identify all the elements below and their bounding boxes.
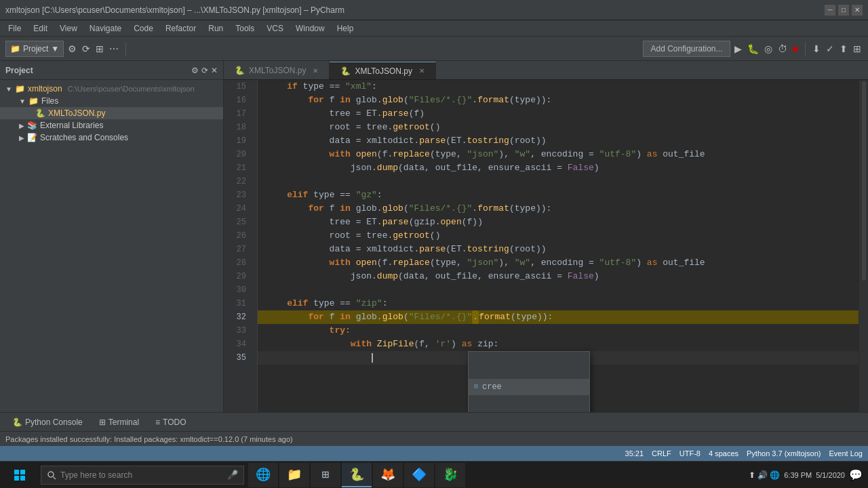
vcs-commit-button[interactable]: ✓ (825, 42, 835, 56)
status-right: 35:21 CRLF UTF-8 4 spaces Python 3.7 (xm… (625, 449, 863, 458)
vcs-push-button[interactable]: ⬆ (838, 42, 849, 56)
taskbar-app-unknown[interactable]: 🔷 (404, 463, 434, 487)
sidebar-tree: ▼ 📁 xmltojson C:\Users\pcuser\Documents\… (0, 80, 223, 412)
menu-help[interactable]: Help (332, 22, 359, 35)
tree-item-scratches[interactable]: ▶ 📝 Scratches and Consoles (0, 131, 223, 144)
menu-file[interactable]: File (3, 22, 26, 35)
taskbar-app-python[interactable]: 🐉 (435, 463, 465, 487)
debug-button[interactable]: 🐛 (746, 42, 760, 56)
project-label: Project (23, 44, 48, 54)
menu-run[interactable]: Run (203, 22, 229, 35)
terminal-button[interactable]: ⊞ (852, 42, 863, 56)
menu-edit[interactable]: Edit (28, 22, 53, 35)
notification-bar: Packages installed successfully: Install… (0, 431, 868, 446)
tree-sublabel-path: C:\Users\pcuser\Documents\xmltojson (68, 85, 195, 93)
layout-icon-btn[interactable]: ⊞ (94, 42, 105, 56)
add-configuration-button[interactable]: Add Configuration... (643, 41, 730, 57)
pycharm-icon: 🐍 (349, 467, 364, 482)
sidebar-sync-button[interactable]: ⟳ (201, 66, 208, 75)
gutter-28: 28 (224, 256, 252, 270)
coverage-button[interactable]: ◎ (763, 42, 774, 56)
code-line-27: data = xmltodict. parse ( ET. tostring (… (258, 243, 859, 256)
toolbar-separator-2 (805, 42, 806, 56)
windows-icon (14, 470, 25, 481)
todo-tab[interactable]: ≡ TODO (149, 416, 193, 428)
menu-navigate[interactable]: Navigate (84, 22, 127, 35)
tree-item-xmltojson[interactable]: ▼ 📁 xmltojson C:\Users\pcuser\Documents\… (0, 83, 223, 95)
tab-xmltojsonpy-1[interactable]: 🐍 XMLToJSON.py ✕ (224, 62, 330, 79)
taskbar-search-bar[interactable]: Type here to search 🎤 (41, 466, 244, 485)
editor-area: 🐍 XMLToJSON.py ✕ 🐍 XMLToJSON.py ✕ 15 16 … (224, 61, 868, 412)
tab-xmltojsonpy-2[interactable]: 🐍 XMLToJSON.py ✕ (330, 62, 435, 79)
python-interpreter[interactable]: Python 3.7 (xmltojson) (747, 449, 821, 458)
code-content[interactable]: if type == "xml" : for f in glob. glob (258, 80, 859, 412)
gutter-27: 27 (224, 243, 252, 256)
more-icon-btn[interactable]: ⋯ (108, 42, 120, 56)
vcs-update-button[interactable]: ⬇ (811, 42, 822, 56)
tab-close-1[interactable]: ✕ (313, 67, 318, 75)
gutter-33: 33 (224, 324, 252, 338)
code-line-32: for f in glob. glob ( "Files/*.{}" . for… (258, 310, 859, 324)
code-line-25: tree = ET. parse ( gzip. open ( f )) (258, 216, 859, 229)
settings-icon-btn[interactable]: ⚙ (66, 42, 78, 56)
taskbar-app-explorer[interactable]: 📁 (279, 463, 309, 487)
gutter-18: 18 (224, 121, 252, 134)
event-log[interactable]: Event Log (829, 449, 863, 458)
app-icon: 🔷 (412, 467, 427, 482)
tree-label-xmltojsonpy: XMLToJSON.py (48, 108, 105, 118)
taskbar-app-firefox[interactable]: 🦊 (373, 463, 403, 487)
gutter-16: 16 (224, 94, 252, 107)
start-button[interactable] (3, 463, 37, 487)
firefox-icon: 🦊 (380, 467, 395, 482)
terminal-tab[interactable]: ⊞ Terminal (92, 416, 146, 428)
gutter-19: 19 (224, 134, 252, 148)
maximize-button[interactable]: □ (838, 5, 849, 16)
code-line-16: for f in glob. glob ( "Files/*.{}" . for… (258, 94, 859, 107)
sidebar-title: Project (5, 66, 189, 75)
autocomplete-item-cree[interactable]: m cree (469, 379, 589, 395)
system-icons: ⬆ 🔊 🌐 (749, 470, 781, 480)
taskbar-app-cmd[interactable]: ⊞ (311, 463, 340, 487)
close-button[interactable]: ✕ (852, 5, 863, 16)
menu-tools[interactable]: Tools (230, 22, 260, 35)
tree-item-files[interactable]: ▼ 📁 Files (0, 95, 223, 107)
project-dropdown[interactable]: 📁 Project ▼ (5, 41, 64, 57)
gutter-22: 22 (224, 175, 252, 188)
status-bar: 35:21 CRLF UTF-8 4 spaces Python 3.7 (xm… (0, 446, 868, 461)
tree-item-xmltojsonpy[interactable]: 🐍 XMLToJSON.py (0, 107, 223, 119)
run-button[interactable]: ▶ (733, 42, 743, 56)
sidebar-close-button[interactable]: ✕ (211, 66, 218, 75)
menu-view[interactable]: View (54, 22, 83, 35)
notification-icon[interactable]: 💬 (849, 468, 863, 481)
menu-refactor[interactable]: Refactor (160, 22, 201, 35)
sync-icon-btn[interactable]: ⟳ (81, 42, 92, 56)
gutter-25: 25 (224, 216, 252, 229)
tree-label-xmltojson: xmltojson (28, 84, 62, 94)
svg-line-5 (54, 476, 56, 479)
gutter-32: 32 (224, 310, 252, 324)
menu-window[interactable]: Window (290, 22, 330, 35)
toolbar-separator-1 (125, 42, 126, 56)
main-layout: Project ⚙ ⟳ ✕ ▼ 📁 xmltojson C:\Users\pcu… (0, 61, 868, 412)
library-icon: 📚 (27, 121, 37, 130)
sidebar-settings-button[interactable]: ⚙ (191, 66, 199, 75)
gutter-20: 20 (224, 148, 252, 161)
python-console-tab[interactable]: 🐍 Python Console (5, 416, 90, 428)
profile-button[interactable]: ⏱ (776, 42, 789, 56)
stop-button[interactable]: ■ (791, 42, 800, 56)
minimize-button[interactable]: ─ (825, 5, 835, 16)
gutter-26: 26 (224, 229, 252, 243)
autocomplete-popup[interactable]: m cree (468, 351, 590, 412)
tab-close-2[interactable]: ✕ (419, 67, 425, 75)
gutter-29: 29 (224, 270, 252, 283)
cmd-icon: ⊞ (322, 467, 330, 482)
sidebar-header: Project ⚙ ⟳ ✕ (0, 61, 223, 80)
tree-item-external-libraries[interactable]: ▶ 📚 External Libraries (0, 119, 223, 131)
taskbar-app-edge[interactable]: 🌐 (248, 463, 278, 487)
menu-vcs[interactable]: VCS (261, 22, 289, 35)
taskbar-app-pycharm[interactable]: 🐍 (342, 463, 372, 487)
code-editor: 15 16 17 18 19 20 21 22 23 24 25 26 27 2… (224, 80, 868, 412)
chevron-right-icon: ▶ (19, 122, 24, 129)
taskbar-apps: 🌐 📁 ⊞ 🐍 🦊 🔷 🐉 (248, 463, 747, 487)
menu-code[interactable]: Code (128, 22, 159, 35)
